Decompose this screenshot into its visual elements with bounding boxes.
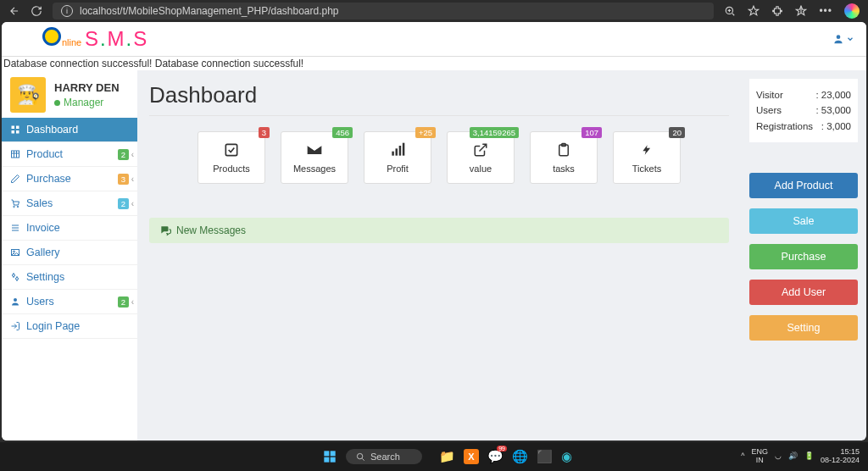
page-title: Dashboard [149,79,729,116]
user-icon [10,296,20,307]
add-product-button[interactable]: Add Product [749,173,858,198]
image-icon [10,247,20,258]
svg-rect-23 [324,457,329,463]
status-dot-icon [54,100,60,106]
status-message: Database connection successful! Database… [2,56,866,70]
action-buttons: Add Product Sale Purchase Add User Setti… [749,173,858,341]
favorite-icon[interactable] [748,5,760,17]
stat-tasks[interactable]: 107 tasks [530,131,598,184]
chrome-icon[interactable]: 🌐 [512,449,528,464]
taskbar-search[interactable]: Search [346,449,422,464]
stat-tickets[interactable]: 20 Tickets [613,131,681,184]
app-window: nline S.M.S Database connection successf… [2,22,866,441]
back-button[interactable] [8,5,20,17]
user-menu[interactable] [832,33,854,45]
badge: 3 [259,127,270,138]
svg-rect-6 [12,151,19,158]
list-icon [10,223,20,233]
language-indicator[interactable]: ENGIN [751,448,768,465]
sale-button[interactable]: Sale [749,208,858,234]
nav-gallery[interactable]: Gallery [2,241,137,265]
more-icon[interactable]: ••• [819,5,832,17]
nav-sales[interactable]: Sales 2‹ [2,191,137,216]
check-icon [223,141,240,158]
svg-rect-21 [324,451,329,456]
svg-rect-15 [392,152,394,156]
edge-icon[interactable]: ◉ [561,449,572,464]
battery-icon[interactable]: 🔋 [804,452,814,461]
stat-profit[interactable]: +25 Profit [364,131,431,184]
browser-toolbar: i localhost/t/MobileShopManagement_PHP/d… [0,0,868,22]
site-info-icon[interactable]: i [61,5,73,17]
badge: 456 [332,127,353,138]
sidebar: 👨‍🍳 HARRY DEN Manager Dashboard Product … [2,70,137,441]
avatar: 👨‍🍳 [10,77,46,113]
nav-purchase[interactable]: Purchase 3‹ [2,167,137,191]
svg-point-11 [13,274,15,277]
refresh-button[interactable] [31,5,42,17]
taskbar-right: ^ ENGIN ◡ 🔊 🔋 15:1508-12-2024 [741,448,860,465]
svg-rect-3 [16,126,19,130]
whatsapp-icon[interactable]: 💬99 [487,449,504,464]
svg-point-12 [16,278,19,280]
svg-rect-17 [399,146,402,156]
wifi-icon[interactable]: ◡ [775,452,782,461]
taskbar-clock[interactable]: 15:1508-12-2024 [821,448,860,465]
user-icon [832,33,844,45]
badge: 107 [581,127,602,138]
favorites-star-icon[interactable] [795,5,807,17]
nav-product[interactable]: Product 2‹ [2,142,137,167]
svg-rect-5 [16,130,19,134]
svg-rect-4 [12,130,15,134]
add-user-button[interactable]: Add User [749,280,858,305]
external-link-icon [473,141,488,158]
nav-invoice[interactable]: Invoice [2,216,137,241]
setting-button[interactable]: Setting [749,315,858,341]
vscode-icon[interactable]: ⬛ [537,449,553,464]
messages-panel[interactable]: New Messages [149,218,729,243]
address-bar[interactable]: i localhost/t/MobileShopManagement_PHP/d… [53,3,714,19]
badge: 2 [118,149,129,160]
summary-box: Visitor: 23,000 Users: 53,000 Registrati… [749,79,858,142]
profile-role: Manager [54,96,120,110]
purchase-button[interactable]: Purchase [749,244,858,269]
clipboard-icon [556,141,571,158]
chevron-down-icon [846,35,854,43]
right-column: Visitor: 23,000 Users: 53,000 Registrati… [741,70,866,441]
badge: 3,14159265 [470,127,519,138]
nav-menu: Dashboard Product 2‹ Purchase 3‹ Sales 2… [2,118,137,339]
url-text: localhost/t/MobileShopManagement_PHP/das… [80,5,339,17]
cart-icon [10,198,20,208]
taskbar-apps: 📁 X 💬99 🌐 ⬛ ◉ [439,449,572,464]
svg-point-25 [357,453,362,458]
stat-products[interactable]: 3 Products [198,131,265,184]
badge: 2 [118,296,129,308]
login-icon [10,321,20,331]
svg-point-8 [17,206,19,208]
nav-users[interactable]: Users 2‹ [2,290,137,314]
nav-dashboard[interactable]: Dashboard [2,118,137,142]
badge: +25 [415,127,436,138]
svg-point-13 [14,298,17,302]
xampp-icon[interactable]: X [464,449,479,464]
stat-messages[interactable]: 456 Messages [281,131,348,184]
nav-login[interactable]: Login Page [2,314,137,339]
tray-chevron-icon[interactable]: ^ [741,452,744,461]
badge: 2 [118,198,129,209]
chevron-left-icon: ‹ [131,199,134,208]
zoom-icon[interactable] [724,5,736,17]
nav-settings[interactable]: Settings [2,265,137,290]
pencil-icon [10,174,20,184]
main-content: Dashboard 3 Products 456 Messages +25 Pr… [137,70,741,441]
volume-icon[interactable]: 🔊 [788,452,798,461]
svg-rect-2 [12,126,15,130]
stat-value[interactable]: 3,14159265 value [447,131,515,184]
copilot-icon[interactable] [844,3,860,19]
profile-name: HARRY DEN [54,80,120,96]
bars-icon [389,141,406,158]
svg-point-1 [837,35,841,39]
extensions-icon[interactable] [771,5,783,17]
start-button[interactable] [322,449,337,464]
svg-rect-24 [331,457,336,463]
explorer-icon[interactable]: 📁 [439,449,455,464]
